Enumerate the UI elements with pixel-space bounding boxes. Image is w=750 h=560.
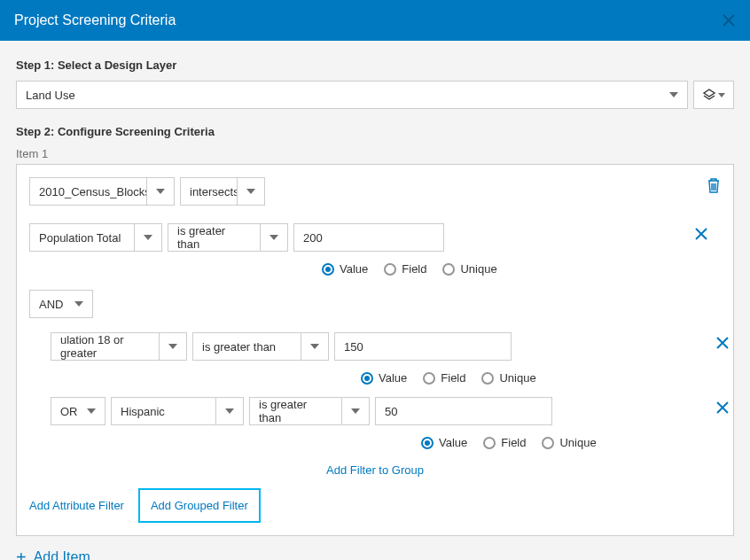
radio-icon [423,372,435,385]
step2-label: Step 2: Configure Screening Criteria [16,125,734,138]
spatial-op-value: intersects [190,185,239,198]
filter3-logic: OR [60,405,78,418]
chevron-down-icon [718,93,725,97]
chevron-down-icon [669,92,678,97]
radio-icon [483,437,496,449]
radio-icon [542,437,554,449]
chevron-down-icon [87,408,96,414]
bottom-links-row: Add Attribute Filter Add Grouped Filter [29,488,721,523]
filter-row-2: ulation 18 or greater is greater than Va… [51,332,721,385]
radio-icon [442,263,455,276]
add-grouped-filter-link[interactable]: Add Grouped Filter [138,488,261,523]
design-layer-select[interactable]: Land Use [16,81,688,109]
close-icon[interactable] [722,13,736,27]
filter1-field-select[interactable]: Population Total [29,223,162,252]
spatial-op-select[interactable]: intersects [180,177,265,206]
filter2-radio-field[interactable]: Field [423,371,465,385]
add-item-label: Add Item [34,549,90,560]
add-filter-to-group-row: Add Filter to Group [29,462,721,478]
add-item-button[interactable]: + Add Item [16,548,734,560]
filter1-field: Population Total [39,231,121,245]
step1-label: Step 1: Select a Design Layer [16,58,734,72]
logic-op-select[interactable]: AND [29,290,93,318]
add-filter-to-group-link[interactable]: Add Filter to Group [326,463,424,477]
filter3-radio-field[interactable]: Field [483,436,526,449]
filter2-radio-value[interactable]: Value [361,371,407,385]
filter2-field: ulation 18 or greater [60,333,150,360]
filter1-op-select[interactable]: is greater than [168,223,288,252]
item-header: Item 1 [16,147,734,160]
delete-item-button[interactable] [707,177,721,193]
design-layer-row: Land Use [16,81,734,109]
logic-op-row: AND [29,290,721,318]
radio-icon [481,372,494,385]
filter3-logic-select[interactable]: OR [51,397,105,425]
radio-icon [421,437,434,449]
radio-icon [361,372,373,385]
plus-icon: + [16,548,27,560]
chevron-down-icon[interactable] [260,223,288,252]
filter3-radio-value[interactable]: Value [421,436,467,449]
filter3-field: Hispanic [121,405,165,418]
filter2-radio-unique[interactable]: Unique [481,371,535,385]
filter1-radio-field[interactable]: Field [384,262,426,276]
filter2-op: is greater than [202,340,276,354]
remove-filter-button[interactable] [694,227,708,241]
chevron-down-icon[interactable] [341,397,370,425]
layer-field-value: 2010_Census_Blocks [39,185,151,198]
radio-icon [384,263,396,276]
logic-op-value: AND [39,298,63,311]
modal-body: Step 1: Select a Design Layer Land Use S… [0,41,750,560]
filter-row-1: Population Total is greater than Value F… [29,223,721,276]
add-attribute-filter-link[interactable]: Add Attribute Filter [29,499,124,512]
filter2-op-select[interactable]: is greater than [192,332,329,361]
filter3-value-input[interactable] [375,397,552,425]
filter1-op: is greater than [177,224,251,251]
filter1-value-input[interactable] [293,223,444,252]
chevron-down-icon[interactable] [215,397,244,425]
filter2-field-select[interactable]: ulation 18 or greater [51,332,187,361]
remove-filter-button[interactable] [715,336,730,350]
modal-header: Project Screening Criteria [0,0,750,41]
modal-title: Project Screening Criteria [14,12,176,28]
filter3-op-select[interactable]: is greater than [249,397,370,425]
chevron-down-icon[interactable] [301,332,329,361]
layer-spatial-row: 2010_Census_Blocks intersects [29,177,721,206]
filter3-radio-unique[interactable]: Unique [542,436,596,449]
chevron-down-icon[interactable] [146,177,175,206]
filter3-field-select[interactable]: Hispanic [111,397,244,425]
filter1-radio-value[interactable]: Value [322,262,368,276]
filter2-value-input[interactable] [334,332,512,361]
chevron-down-icon[interactable] [159,332,187,361]
layer-source-button[interactable] [693,81,734,109]
radio-icon [322,263,334,276]
remove-filter-button[interactable] [715,401,730,415]
filter-row-3: OR Hispanic is greater than [51,397,721,449]
design-layer-value: Land Use [26,89,75,102]
filter1-radio-unique[interactable]: Unique [442,262,496,276]
layers-icon [702,88,716,102]
chevron-down-icon [74,301,83,307]
item-card: 2010_Census_Blocks intersects Population… [16,164,734,536]
chevron-down-icon[interactable] [237,177,265,206]
layer-field-select[interactable]: 2010_Census_Blocks [29,177,175,206]
filter3-op: is greater than [259,398,332,424]
modal: Project Screening Criteria Step 1: Selec… [0,0,750,560]
chevron-down-icon[interactable] [134,223,162,252]
